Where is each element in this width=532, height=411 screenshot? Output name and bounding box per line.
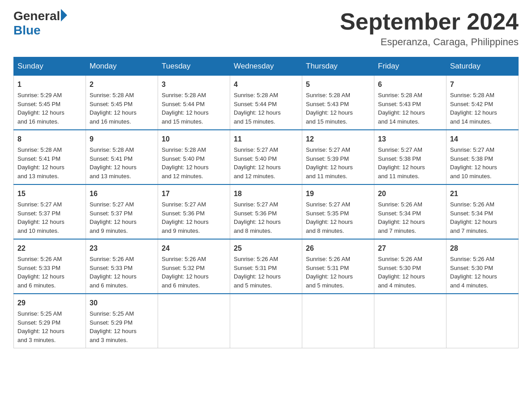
day-info: Sunrise: 5:28 AMSunset: 5:43 PMDaylight:… [306,92,353,125]
day-info: Sunrise: 5:25 AMSunset: 5:29 PMDaylight:… [17,310,64,343]
title-area: September 2024 Esperanza, Caraga, Philip… [340,9,519,48]
day-number: 26 [306,243,370,254]
weekday-header-friday: Friday [374,57,446,76]
calendar-cell: 19 Sunrise: 5:27 AMSunset: 5:35 PMDaylig… [302,184,374,239]
day-info: Sunrise: 5:28 AMSunset: 5:41 PMDaylight:… [17,146,64,180]
calendar-cell: 18 Sunrise: 5:27 AMSunset: 5:36 PMDaylig… [230,184,302,239]
day-number: 28 [450,243,515,254]
day-info: Sunrise: 5:26 AMSunset: 5:33 PMDaylight:… [17,256,64,289]
day-number: 27 [378,243,442,254]
day-info: Sunrise: 5:26 AMSunset: 5:32 PMDaylight:… [162,256,209,289]
day-number: 10 [162,134,226,145]
day-number: 4 [234,79,298,90]
day-number: 13 [378,134,442,145]
day-info: Sunrise: 5:27 AMSunset: 5:36 PMDaylight:… [234,201,281,234]
calendar-cell: 20 Sunrise: 5:26 AMSunset: 5:34 PMDaylig… [374,184,446,239]
weekday-header-monday: Monday [86,57,158,76]
weekday-header-thursday: Thursday [302,57,374,76]
day-number: 9 [90,134,154,145]
day-info: Sunrise: 5:26 AMSunset: 5:30 PMDaylight:… [378,256,425,289]
day-info: Sunrise: 5:26 AMSunset: 5:31 PMDaylight:… [306,256,353,289]
calendar-cell: 24 Sunrise: 5:26 AMSunset: 5:32 PMDaylig… [158,239,230,294]
day-number: 30 [90,298,154,308]
logo: General Blue [13,9,67,38]
day-number: 16 [90,188,154,199]
day-info: Sunrise: 5:26 AMSunset: 5:33 PMDaylight:… [90,256,137,289]
day-number: 11 [234,134,298,145]
day-number: 23 [90,243,154,254]
day-number: 18 [234,188,298,199]
day-info: Sunrise: 5:29 AMSunset: 5:45 PMDaylight:… [17,92,64,125]
calendar-cell: 16 Sunrise: 5:27 AMSunset: 5:37 PMDaylig… [86,184,158,239]
day-number: 29 [17,298,82,308]
day-number: 1 [17,79,82,90]
calendar-cell: 12 Sunrise: 5:27 AMSunset: 5:39 PMDaylig… [302,130,374,184]
day-info: Sunrise: 5:28 AMSunset: 5:43 PMDaylight:… [378,92,425,125]
day-info: Sunrise: 5:28 AMSunset: 5:44 PMDaylight:… [162,92,209,125]
calendar-week-row: 15 Sunrise: 5:27 AMSunset: 5:37 PMDaylig… [14,184,519,239]
day-number: 7 [450,79,515,90]
calendar-cell [302,294,374,348]
calendar-cell: 2 Sunrise: 5:28 AMSunset: 5:45 PMDayligh… [86,76,158,130]
calendar-cell [230,294,302,348]
calendar-cell: 9 Sunrise: 5:28 AMSunset: 5:41 PMDayligh… [86,130,158,184]
calendar-table: SundayMondayTuesdayWednesdayThursdayFrid… [13,57,519,348]
day-info: Sunrise: 5:28 AMSunset: 5:42 PMDaylight:… [450,92,497,125]
day-number: 17 [162,188,226,199]
calendar-cell: 27 Sunrise: 5:26 AMSunset: 5:30 PMDaylig… [374,239,446,294]
day-info: Sunrise: 5:27 AMSunset: 5:36 PMDaylight:… [162,201,209,234]
weekday-header-sunday: Sunday [14,57,86,76]
day-info: Sunrise: 5:27 AMSunset: 5:38 PMDaylight:… [378,146,425,180]
weekday-header-tuesday: Tuesday [158,57,230,76]
day-info: Sunrise: 5:27 AMSunset: 5:37 PMDaylight:… [17,201,64,234]
day-number: 21 [450,188,515,199]
day-number: 8 [17,134,82,145]
day-info: Sunrise: 5:27 AMSunset: 5:37 PMDaylight:… [90,201,137,234]
day-number: 19 [306,188,370,199]
day-number: 12 [306,134,370,145]
calendar-week-row: 22 Sunrise: 5:26 AMSunset: 5:33 PMDaylig… [14,239,519,294]
page-header: General Blue September 2024 Esperanza, C… [13,9,519,48]
calendar-cell: 10 Sunrise: 5:28 AMSunset: 5:40 PMDaylig… [158,130,230,184]
day-number: 2 [90,79,154,90]
calendar-cell: 21 Sunrise: 5:26 AMSunset: 5:34 PMDaylig… [446,184,519,239]
logo-blue: Blue [13,23,67,38]
calendar-cell: 28 Sunrise: 5:26 AMSunset: 5:30 PMDaylig… [446,239,519,294]
weekday-header-wednesday: Wednesday [230,57,302,76]
calendar-cell [374,294,446,348]
day-info: Sunrise: 5:26 AMSunset: 5:34 PMDaylight:… [450,201,497,234]
day-number: 22 [17,243,82,254]
day-info: Sunrise: 5:27 AMSunset: 5:35 PMDaylight:… [306,201,353,234]
calendar-cell: 4 Sunrise: 5:28 AMSunset: 5:44 PMDayligh… [230,76,302,130]
calendar-cell: 3 Sunrise: 5:28 AMSunset: 5:44 PMDayligh… [158,76,230,130]
day-info: Sunrise: 5:28 AMSunset: 5:40 PMDaylight:… [162,146,209,180]
day-number: 3 [162,79,226,90]
calendar-cell [158,294,230,348]
calendar-week-row: 1 Sunrise: 5:29 AMSunset: 5:45 PMDayligh… [14,76,519,130]
day-info: Sunrise: 5:25 AMSunset: 5:29 PMDaylight:… [90,310,137,343]
logo-arrow-icon [61,9,67,21]
day-number: 24 [162,243,226,254]
day-info: Sunrise: 5:28 AMSunset: 5:44 PMDaylight:… [234,92,281,125]
calendar-week-row: 29 Sunrise: 5:25 AMSunset: 5:29 PMDaylig… [14,294,519,348]
calendar-cell [446,294,519,348]
day-info: Sunrise: 5:28 AMSunset: 5:41 PMDaylight:… [90,146,137,180]
calendar-cell: 30 Sunrise: 5:25 AMSunset: 5:29 PMDaylig… [86,294,158,348]
day-info: Sunrise: 5:28 AMSunset: 5:45 PMDaylight:… [90,92,137,125]
day-number: 6 [378,79,442,90]
calendar-cell: 11 Sunrise: 5:27 AMSunset: 5:40 PMDaylig… [230,130,302,184]
calendar-cell: 13 Sunrise: 5:27 AMSunset: 5:38 PMDaylig… [374,130,446,184]
month-title: September 2024 [340,9,519,34]
calendar-cell: 8 Sunrise: 5:28 AMSunset: 5:41 PMDayligh… [14,130,86,184]
day-info: Sunrise: 5:26 AMSunset: 5:31 PMDaylight:… [234,256,281,289]
calendar-cell: 15 Sunrise: 5:27 AMSunset: 5:37 PMDaylig… [14,184,86,239]
calendar-cell: 25 Sunrise: 5:26 AMSunset: 5:31 PMDaylig… [230,239,302,294]
calendar-cell: 22 Sunrise: 5:26 AMSunset: 5:33 PMDaylig… [14,239,86,294]
day-number: 15 [17,188,82,199]
calendar-cell: 23 Sunrise: 5:26 AMSunset: 5:33 PMDaylig… [86,239,158,294]
day-info: Sunrise: 5:27 AMSunset: 5:40 PMDaylight:… [234,146,281,180]
calendar-cell: 5 Sunrise: 5:28 AMSunset: 5:43 PMDayligh… [302,76,374,130]
day-info: Sunrise: 5:27 AMSunset: 5:38 PMDaylight:… [450,146,497,180]
day-number: 25 [234,243,298,254]
calendar-cell: 26 Sunrise: 5:26 AMSunset: 5:31 PMDaylig… [302,239,374,294]
